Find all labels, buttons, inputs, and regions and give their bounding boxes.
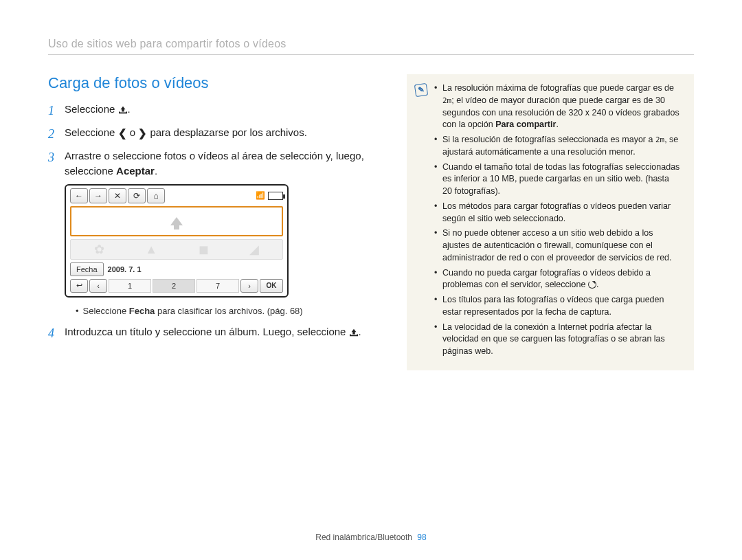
- note-item: Cuando el tamaño total de todas las foto…: [434, 161, 680, 198]
- note-item: La resolución máxima de fotografías que …: [434, 82, 680, 131]
- sub-bullet: •Seleccione Fecha para clasificar los ar…: [76, 306, 385, 316]
- thumb-placeholder-icon: ◢: [249, 240, 259, 259]
- ok-button[interactable]: OK: [260, 279, 283, 293]
- upload-arrow-icon: [170, 217, 183, 225]
- page-1[interactable]: 1: [109, 279, 151, 293]
- note-box: ✎ La resolución máxima de fotografías qu…: [407, 74, 694, 370]
- next-page-icon[interactable]: ›: [240, 279, 258, 293]
- step-1: 1 Seleccione .: [48, 102, 385, 120]
- mock-toolbar: ← → ✕ ⟳ ⌂ 📶: [66, 186, 287, 205]
- back-icon[interactable]: ←: [70, 188, 88, 203]
- breadcrumb: Uso de sitios web para compartir fotos o…: [48, 38, 694, 55]
- upload-icon: [118, 103, 128, 118]
- note-item: Si no puede obtener acceso a un sitio we…: [434, 227, 680, 264]
- step-4: 4 Introduzca un título y seleccione un á…: [48, 324, 385, 342]
- left-column: Carga de fotos o vídeos 1 Seleccione . 2…: [48, 74, 385, 348]
- step-number: 4: [48, 324, 58, 342]
- step-2-text: Seleccione ❮ o ❯ para desplazarse por lo…: [65, 125, 307, 143]
- device-screenshot: ← → ✕ ⟳ ⌂ 📶 ✿ ▲ ◼ ◢ Fecha: [65, 184, 289, 298]
- thumbnail-strip[interactable]: ✿ ▲ ◼ ◢: [70, 239, 283, 260]
- antenna-icon: 📶: [256, 191, 265, 200]
- note-item: Cuando no pueda cargar fotografías o víd…: [434, 267, 680, 292]
- resolution-2m-icon: 2m: [442, 96, 451, 107]
- page-2[interactable]: 2: [153, 279, 195, 293]
- step-3: 3 Arrastre o seleccione fotos o vídeos a…: [48, 148, 385, 179]
- home-icon[interactable]: ⌂: [147, 188, 165, 203]
- page-7[interactable]: 7: [196, 279, 239, 293]
- step-number: 2: [48, 125, 58, 143]
- page-footer: Red inalámbrica/Bluetooth 98: [0, 533, 742, 542]
- mock-mid-row: Fecha 2009. 7. 1: [66, 262, 287, 279]
- status-icons: 📶: [256, 191, 283, 200]
- step-number: 3: [48, 148, 58, 179]
- step-1-text: Seleccione .: [65, 102, 131, 120]
- close-icon[interactable]: ✕: [109, 188, 126, 203]
- upload-icon: [349, 326, 359, 341]
- footer-page-number: 98: [417, 533, 426, 542]
- thumb-placeholder-icon: ✿: [94, 240, 104, 259]
- note-item: Si la resolución de fotografías seleccio…: [434, 134, 680, 159]
- note-item: Los títulos para las fotografías o vídeo…: [434, 294, 680, 319]
- note-item: Los métodos para cargar fotografías o ví…: [434, 201, 680, 225]
- note-icon: ✎: [414, 83, 428, 97]
- thumb-placeholder-icon: ▲: [145, 240, 157, 259]
- step-number: 1: [48, 102, 58, 120]
- forward-icon[interactable]: →: [89, 188, 107, 203]
- footer-section: Red inalámbrica/Bluetooth: [315, 533, 412, 542]
- prev-page-icon[interactable]: ‹: [89, 279, 107, 293]
- steps-list: 1 Seleccione . 2 Seleccione ❮ o ❯ para d…: [48, 102, 385, 179]
- section-title: Carga de fotos o vídeos: [48, 74, 385, 92]
- step-3-text: Arrastre o seleccione fotos o vídeos al …: [65, 148, 385, 179]
- return-icon[interactable]: ↩: [70, 279, 88, 293]
- chevron-right-icon: ❯: [138, 128, 147, 138]
- mock-bottom-row: ↩ ‹ 1 2 7 › OK: [66, 279, 287, 296]
- note-item: La velocidad de la conexión a Internet p…: [434, 322, 680, 358]
- retry-icon: [588, 280, 596, 289]
- selection-drop-area[interactable]: [70, 206, 283, 236]
- chevron-left-icon: ❮: [118, 128, 127, 138]
- step-4-text: Introduzca un título y seleccione un álb…: [65, 324, 361, 342]
- thumb-placeholder-icon: ◼: [199, 240, 209, 259]
- refresh-icon[interactable]: ⟳: [128, 188, 146, 203]
- current-date: 2009. 7. 1: [108, 265, 142, 273]
- battery-icon: [268, 192, 283, 200]
- resolution-2m-icon: 2m: [655, 135, 664, 146]
- note-list: La resolución máxima de fotografías que …: [434, 82, 680, 361]
- step-2: 2 Seleccione ❮ o ❯ para desplazarse por …: [48, 125, 385, 143]
- steps-list-2: 4 Introduzca un título y seleccione un á…: [48, 324, 385, 342]
- sort-fecha-button[interactable]: Fecha: [70, 262, 104, 276]
- right-column: ✎ La resolución máxima de fotografías qu…: [407, 74, 694, 370]
